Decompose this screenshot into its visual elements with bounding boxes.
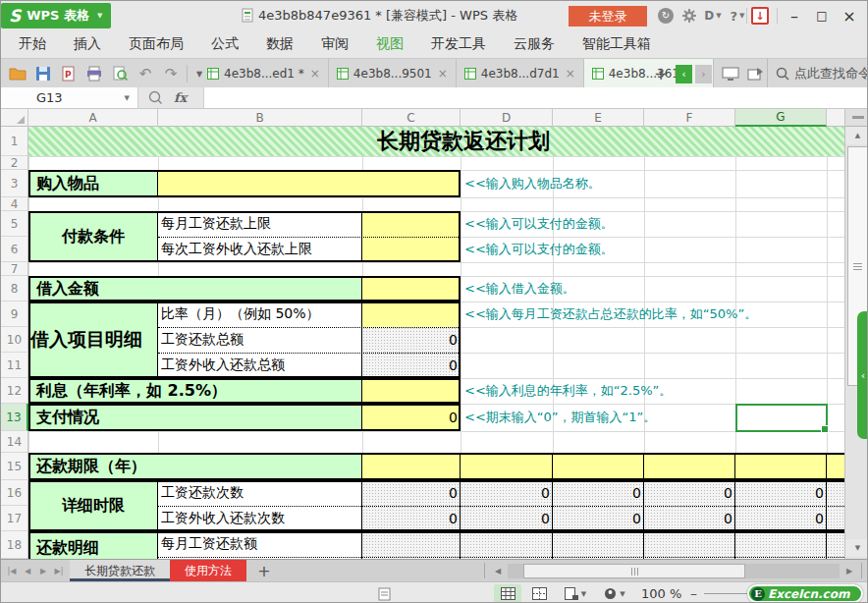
page-break-view-button[interactable] <box>525 584 553 603</box>
cell-G15-input[interactable] <box>735 453 827 480</box>
next-tab-button[interactable]: › <box>695 65 712 83</box>
split-handle[interactable] <box>845 109 868 127</box>
row-header-7[interactable]: 7 <box>1 262 28 276</box>
save-icon[interactable] <box>30 62 56 85</box>
row-header-17[interactable]: 17 <box>1 506 28 531</box>
hint-row13[interactable]: <<期末输入“0”，期首输入“1”。 <box>464 404 656 431</box>
cell-B17[interactable]: 工资外收入还款次数 <box>158 506 362 531</box>
share-export-icon[interactable] <box>743 62 769 85</box>
hscroll-right-icon[interactable]: ▶ <box>841 563 857 579</box>
row-header-3[interactable]: 3 <box>1 170 28 197</box>
menu-smart-toolbox[interactable]: 智能工具箱 <box>582 35 651 53</box>
open-folder-icon[interactable] <box>5 62 30 85</box>
cell-A3[interactable]: 购入物品 <box>28 170 158 197</box>
zoom-level[interactable]: 100 % <box>641 582 681 603</box>
cell-F16[interactable]: 0 <box>644 480 735 506</box>
col-header-F[interactable]: F <box>644 109 735 127</box>
cell-H15-partial[interactable] <box>827 453 844 480</box>
row-header-12[interactable]: 12 <box>1 378 28 404</box>
cell-F17[interactable]: 0 <box>644 506 735 531</box>
horizontal-scrollbar[interactable] <box>508 564 840 578</box>
maximize-button[interactable]: □ <box>810 1 834 30</box>
select-all-corner[interactable] <box>1 109 28 127</box>
page-layout-dropdown[interactable]: ▼ <box>559 584 592 603</box>
cell-D17[interactable]: 0 <box>461 506 553 531</box>
menu-dev-tools[interactable]: 开发工具 <box>431 35 486 53</box>
col-header-partial[interactable] <box>827 109 844 127</box>
print-icon[interactable] <box>81 62 107 85</box>
cell-B16[interactable]: 工资还款次数 <box>158 480 362 506</box>
cell-C18[interactable] <box>362 531 461 559</box>
export-pdf-icon[interactable]: P <box>56 62 81 85</box>
col-header-G-selected[interactable]: G <box>735 109 827 127</box>
row-header-5[interactable]: 5 <box>1 211 28 237</box>
selected-cell-G13[interactable] <box>735 404 828 432</box>
menu-insert[interactable]: 插入 <box>74 35 101 53</box>
cell-G16[interactable]: 0 <box>735 480 827 506</box>
cell-B3-input[interactable] <box>158 170 461 197</box>
wps-logo[interactable]: S WPS 表格 ▼ <box>1 3 111 28</box>
hint-row8[interactable]: <<输入借入金额。 <box>464 276 575 302</box>
cell-F15-input[interactable] <box>644 453 735 480</box>
cell-B9[interactable]: 比率（月）（例如 50%） <box>158 302 362 327</box>
cell-C13[interactable]: 0 <box>362 404 461 431</box>
zoom-out-button[interactable]: – <box>690 582 697 603</box>
cell-C5-input[interactable] <box>362 211 461 237</box>
print-preview-icon[interactable] <box>107 62 133 85</box>
reading-mode-dropdown[interactable]: ▼ <box>598 584 631 603</box>
doc-tab-3[interactable]: 4e3b8...d7d1× <box>457 59 584 88</box>
first-sheet-button[interactable]: |◀ <box>5 563 19 578</box>
fx-icon[interactable]: fx <box>174 87 187 108</box>
prev-sheet-button[interactable]: ◀ <box>21 563 34 578</box>
cell-H17-partial[interactable] <box>827 506 844 531</box>
spreadsheet-grid[interactable]: 123456789101112131415161718 长期贷款返还计划 购入物… <box>1 127 844 559</box>
row-header-8[interactable]: 8 <box>1 276 28 302</box>
cell-A12[interactable]: 利息（年利率，如 2.5%） <box>28 378 362 404</box>
col-header-B[interactable]: B <box>158 109 362 127</box>
skin-icon[interactable]: D▼ <box>701 1 725 30</box>
hint-row6[interactable]: <<输入可以支付的金额。 <box>464 237 614 262</box>
undo-icon[interactable]: ↶ <box>133 62 158 85</box>
doc-tab-1[interactable]: 4e3b8...ed1 *× <box>199 59 329 88</box>
cell-B11[interactable]: 工资外收入还款总额 <box>158 353 362 378</box>
close-icon[interactable]: × <box>438 67 448 81</box>
menu-review[interactable]: 审阅 <box>321 35 349 53</box>
hscroll-left-icon[interactable]: ◀ <box>490 563 506 579</box>
zoom-slider[interactable] <box>704 593 749 594</box>
cell-C6-input[interactable] <box>362 237 461 262</box>
cell-E16[interactable]: 0 <box>553 480 644 506</box>
cell-A9[interactable]: 借入项目明细 <box>28 302 158 378</box>
menu-formulas[interactable]: 公式 <box>211 35 239 53</box>
cell-D15-input[interactable] <box>461 453 553 480</box>
hint-row12[interactable]: <<输入利息的年利率，如“2.5%”。 <box>464 378 672 404</box>
menu-cloud[interactable]: 云服务 <box>514 35 555 53</box>
menu-page-layout[interactable]: 页面布局 <box>129 35 184 53</box>
cell-A8[interactable]: 借入金额 <box>28 276 362 302</box>
row-header-16[interactable]: 16 <box>1 480 28 506</box>
cell-C11[interactable]: 0 <box>362 353 461 378</box>
cell-H18-partial[interactable] <box>827 531 844 559</box>
next-sheet-button[interactable]: ▶ <box>36 563 50 578</box>
cell-E17[interactable]: 0 <box>553 506 644 531</box>
hint-row3[interactable]: <<输入购入物品名称。 <box>464 170 601 197</box>
insert-function-icon[interactable] <box>148 90 163 109</box>
cell-C10[interactable]: 0 <box>362 327 461 353</box>
cell-B18[interactable]: 每月工资还款额 <box>158 531 362 557</box>
prev-tab-button[interactable]: ‹ <box>676 65 692 83</box>
cell-D16[interactable]: 0 <box>461 480 553 506</box>
cell-G17[interactable]: 0 <box>735 506 827 531</box>
name-box[interactable]: G13 ▼ <box>1 87 138 108</box>
cell-E18[interactable] <box>553 531 644 559</box>
download-icon[interactable]: ↓ <box>751 7 769 25</box>
feedback-icon[interactable]: ↻ <box>655 1 677 30</box>
redo-icon[interactable]: ↷ <box>158 62 184 85</box>
hint-row9[interactable]: <<输入每月工资还款占总还款的比率，如“50%”。 <box>464 302 757 327</box>
minimize-button[interactable]: – <box>783 1 806 30</box>
command-search[interactable]: 点此查找命令 <box>767 59 868 88</box>
menu-view[interactable]: 视图 <box>376 35 404 53</box>
row-header-11[interactable]: 11 <box>1 353 28 378</box>
side-panel-toggle[interactable]: ‹ <box>857 311 868 439</box>
cell-F18[interactable] <box>644 531 735 559</box>
login-button[interactable]: 未登录 <box>569 6 647 27</box>
last-sheet-button[interactable]: ▶| <box>52 563 66 578</box>
